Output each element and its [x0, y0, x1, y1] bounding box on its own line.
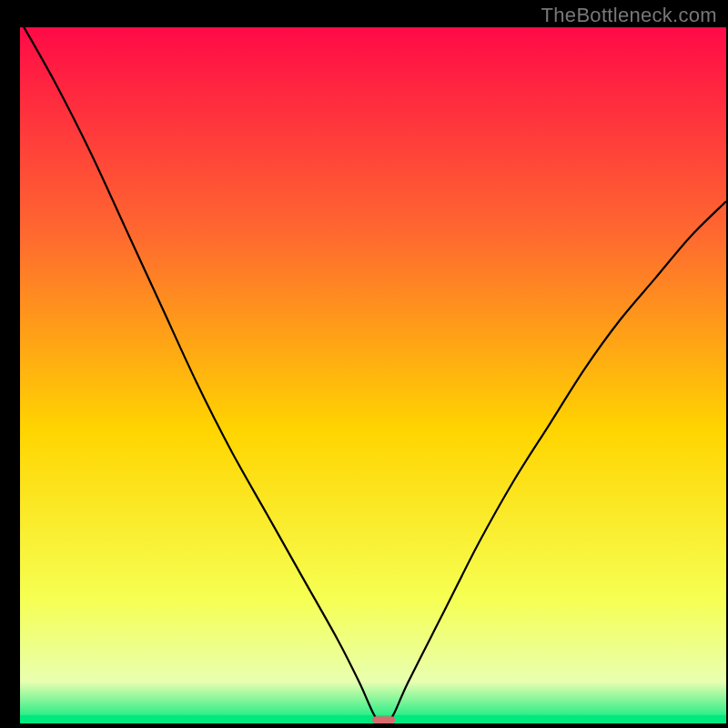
optimal-point-marker [372, 716, 395, 723]
watermark-text: TheBottleneck.com [541, 4, 717, 27]
bottleneck-chart [0, 0, 728, 728]
chart-stage: { "watermark": "TheBottleneck.com", "col… [0, 0, 728, 728]
gradient-background [20, 27, 726, 723]
